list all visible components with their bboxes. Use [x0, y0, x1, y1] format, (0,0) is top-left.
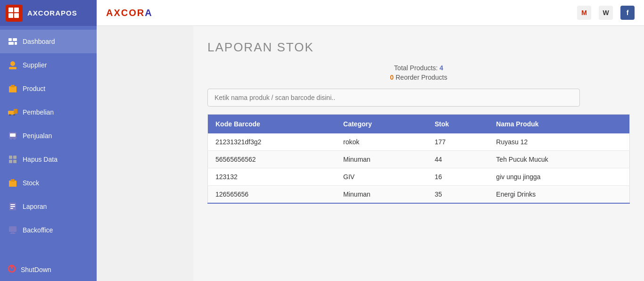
pembelian-icon — [8, 107, 18, 117]
cell-category: Minuman — [336, 151, 427, 168]
cell-barcode: 56565656562 — [208, 151, 336, 168]
backoffice-icon — [8, 225, 18, 235]
reorder-products-label: Reorder Products — [396, 74, 447, 81]
table-row: 21231321df3g2 rokok 177 Ruyasu 12 — [208, 133, 630, 151]
svg-rect-13 — [14, 109, 17, 114]
table-row: 123132 GIV 16 giv ungu jingga — [208, 168, 630, 186]
cell-nama: Teh Pucuk Mucuk — [488, 151, 629, 168]
logo-text-axcora: AXCOR — [106, 8, 145, 18]
svg-rect-4 — [8, 38, 12, 41]
gmail-icon[interactable]: M — [577, 6, 591, 20]
total-products-label: Total Products: — [394, 64, 438, 72]
table-row: 56565656562 Minuman 44 Teh Pucuk Mucuk — [208, 151, 630, 168]
cell-stok: 16 — [427, 168, 488, 186]
svg-rect-21 — [13, 156, 17, 159]
sidebar-item-label: Product — [23, 85, 45, 92]
search-input[interactable] — [207, 89, 580, 107]
shutdown-icon — [8, 264, 16, 274]
sidebar-item-stock[interactable]: Stock — [0, 171, 97, 195]
app-logo-icon — [6, 5, 23, 22]
svg-rect-3 — [14, 13, 19, 18]
svg-rect-34 — [11, 265, 13, 269]
logo-text-a: A — [145, 8, 151, 18]
sidebar-item-label: Backoffice — [23, 226, 53, 234]
sidebar-item-label: Penjualan — [23, 132, 52, 140]
col-header-category: Category — [336, 115, 427, 134]
wordpress-icon[interactable]: W — [599, 6, 613, 20]
cell-nama: Ruyasu 12 — [488, 133, 629, 151]
col-header-barcode: Kode Barcode — [208, 115, 336, 134]
svg-rect-19 — [10, 133, 16, 137]
reorder-products-stat: 0 Reorder Products — [207, 74, 630, 81]
total-products-value: 4 — [439, 64, 443, 72]
cell-barcode: 21231321df3g2 — [208, 133, 336, 151]
cell-barcode: 123132 — [208, 168, 336, 186]
sidebar-item-supplier[interactable]: Supplier — [0, 53, 97, 77]
svg-rect-12 — [8, 111, 15, 115]
main-content: LAPORAN STOK Total Products: 4 0 Reorder… — [193, 26, 644, 281]
sidebar-item-laporan[interactable]: Laporan — [0, 195, 97, 218]
sidebar-item-dashboard[interactable]: Dashboard — [0, 30, 97, 53]
penjualan-icon — [8, 131, 18, 141]
svg-rect-25 — [11, 179, 15, 182]
svg-rect-23 — [13, 160, 17, 163]
sidebar-item-penjualan[interactable]: Penjualan — [0, 124, 97, 148]
cell-nama: giv ungu jingga — [488, 168, 629, 186]
sidebar-item-label: Pembelian — [23, 108, 54, 116]
laporan-icon — [8, 201, 18, 212]
svg-rect-32 — [10, 233, 16, 234]
topbar-icons: M W f — [577, 6, 635, 20]
svg-rect-0 — [8, 8, 13, 12]
svg-point-8 — [10, 61, 15, 66]
sidebar-nav: Dashboard Supplier Product — [0, 26, 97, 258]
cell-category: Minuman — [336, 186, 427, 204]
sidebar-item-label: Laporan — [23, 203, 47, 210]
svg-rect-5 — [13, 38, 17, 41]
svg-rect-28 — [10, 206, 15, 207]
svg-rect-30 — [9, 226, 17, 232]
sidebar-item-product[interactable]: Product — [0, 77, 97, 100]
stock-icon — [8, 178, 18, 188]
product-icon — [8, 83, 18, 94]
sidebar-item-hapus-data[interactable]: Hapus Data — [0, 148, 97, 171]
sidebar-item-backoffice[interactable]: Backoffice — [0, 218, 97, 242]
svg-rect-20 — [9, 156, 12, 159]
shutdown-button[interactable]: ShutDown — [0, 258, 97, 281]
search-bar — [207, 89, 580, 107]
reorder-products-value: 0 — [390, 74, 394, 81]
supplier-icon — [8, 60, 18, 70]
svg-rect-9 — [9, 67, 17, 69]
table-row: 126565656 Minuman 35 Energi Drinks — [208, 186, 630, 204]
svg-rect-18 — [14, 139, 16, 140]
cell-stok: 35 — [427, 186, 488, 204]
table-header: Kode Barcode Category Stok Nama Produk — [208, 115, 630, 134]
page-title: LAPORAN STOK — [207, 40, 630, 55]
svg-rect-29 — [10, 208, 13, 209]
facebook-icon[interactable]: f — [620, 6, 635, 20]
stats-section: Total Products: 4 0 Reorder Products — [207, 64, 630, 81]
svg-rect-22 — [9, 160, 12, 163]
svg-rect-27 — [10, 204, 15, 205]
cell-stok: 177 — [427, 133, 488, 151]
svg-rect-11 — [11, 85, 15, 87]
sidebar-item-label: Stock — [23, 179, 39, 187]
dashboard-icon — [8, 36, 18, 47]
col-header-nama: Nama Produk — [488, 115, 629, 134]
stock-table: Kode Barcode Category Stok Nama Produk 2… — [207, 114, 630, 204]
svg-rect-2 — [8, 13, 13, 18]
sidebar-header: AXCORAPOS — [0, 0, 97, 26]
topbar-logo: AXCORA — [106, 8, 152, 18]
app-title: AXCORAPOS — [27, 9, 77, 17]
table-body: 21231321df3g2 rokok 177 Ruyasu 12 565656… — [208, 133, 630, 203]
sidebar-item-label: Hapus Data — [23, 156, 58, 163]
svg-rect-17 — [10, 139, 12, 140]
cell-stok: 44 — [427, 151, 488, 168]
sidebar-item-label: Supplier — [23, 61, 47, 69]
cell-nama: Energi Drinks — [488, 186, 629, 204]
sidebar-item-pembelian[interactable]: Pembelian — [0, 100, 97, 124]
svg-rect-1 — [14, 8, 19, 12]
svg-rect-6 — [8, 42, 14, 45]
cell-category: GIV — [336, 168, 427, 186]
cell-category: rokok — [336, 133, 427, 151]
cell-barcode: 126565656 — [208, 186, 336, 204]
